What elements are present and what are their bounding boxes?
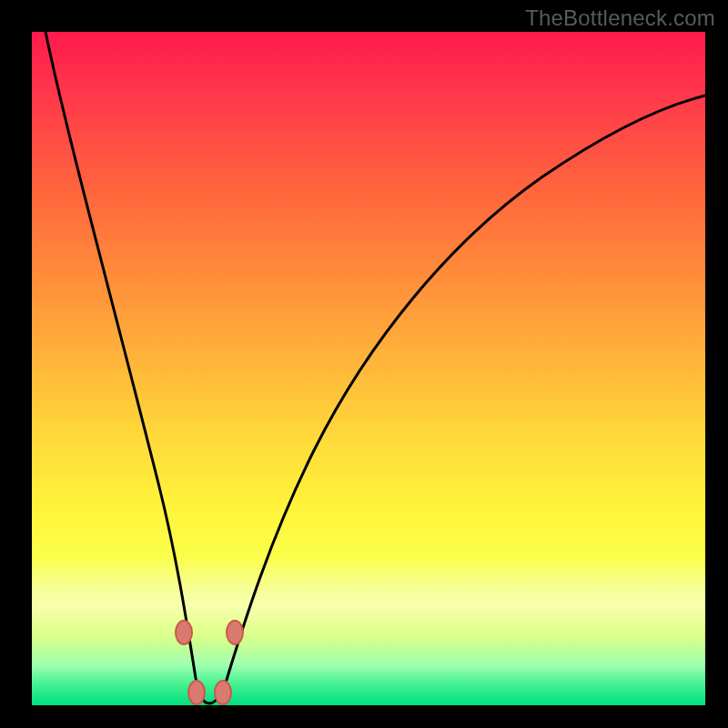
chart-frame: TheBottleneck.com (0, 0, 728, 728)
curve-marker (215, 681, 231, 704)
plot-area (32, 32, 705, 705)
bottleneck-curve (46, 32, 705, 703)
curve-marker (188, 681, 205, 704)
watermark-text: TheBottleneck.com (525, 5, 715, 31)
curve-marker (176, 621, 192, 644)
curve-marker (227, 621, 243, 644)
curve-layer (32, 32, 705, 705)
